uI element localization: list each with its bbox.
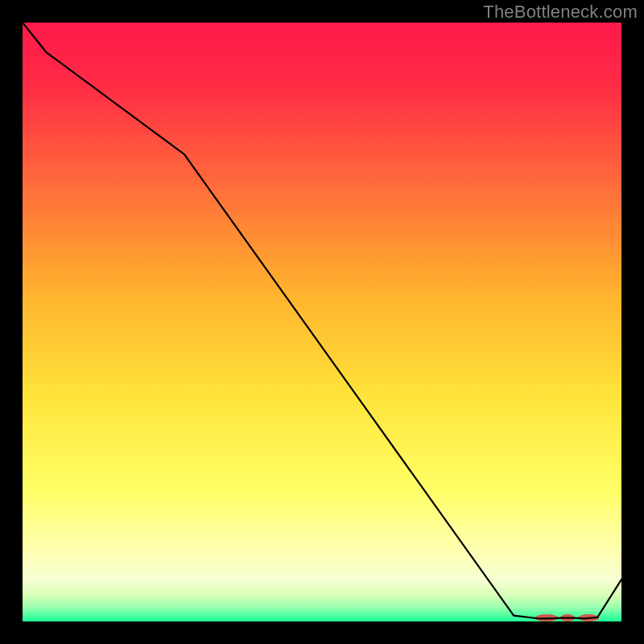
data-marker [560,614,576,621]
attribution-text: TheBottleneck.com [483,2,638,23]
plot-area [23,23,621,621]
chart-svg [23,23,621,621]
data-marker [578,614,599,621]
data-curve [23,23,621,618]
markers-layer [535,614,599,621]
data-marker [535,614,559,621]
gradient-background [23,23,621,621]
chart-frame: { "attribution": "TheBottleneck.com", "c… [0,0,644,644]
